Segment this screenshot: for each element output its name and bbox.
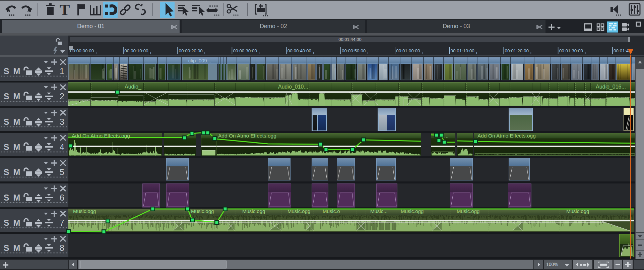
svg-text:Audio_: Audio_ — [125, 84, 142, 90]
svg-text:Music.ogg: Music.ogg — [73, 208, 96, 214]
svg-text:Music.ogg: Music.ogg — [401, 208, 424, 214]
svg-text:Music.ogg: Music.ogg — [191, 208, 214, 214]
svg-text:Add On Atmo Effects.ogg: Add On Atmo Effects.ogg — [218, 133, 276, 139]
svg-text:Audio_016...: Audio_016... — [596, 84, 626, 90]
svg-text:Audio_010...: Audio_010... — [278, 84, 308, 90]
svg-text:Add On Atmo Effects.ogg: Add On Atmo Effects.ogg — [477, 133, 536, 139]
svg-text:Music.ogg: Music.ogg — [287, 208, 310, 214]
svg-text:Add On Atmo Effects.ogg: Add On Atmo Effects.ogg — [72, 133, 130, 139]
svg-text:Music.o: Music.o — [323, 208, 340, 214]
svg-text:clip_009...: clip_009... — [188, 58, 211, 63]
svg-text:Music.ogg: Music.ogg — [457, 208, 479, 214]
svg-text:Music.ogg: Music.ogg — [566, 208, 589, 214]
svg-text:Music.ogg: Music.ogg — [242, 208, 265, 214]
svg-text:Music...: Music... — [370, 208, 388, 214]
